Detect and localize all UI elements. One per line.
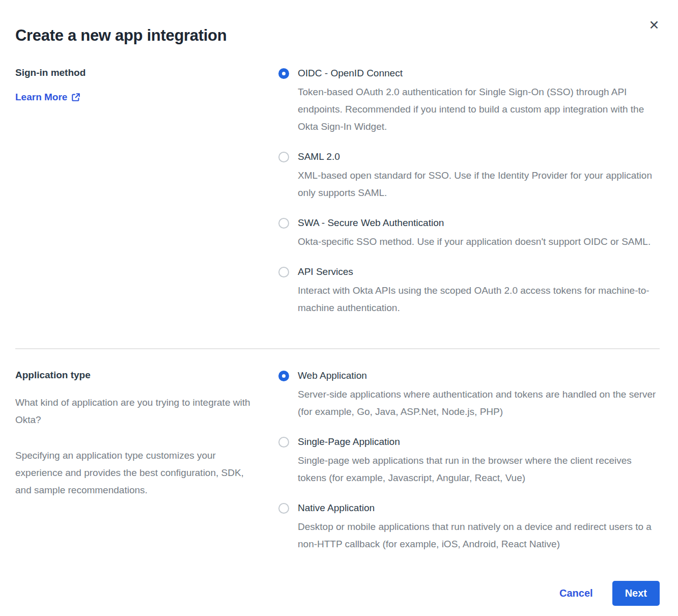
radio-selected-icon[interactable] bbox=[278, 68, 289, 79]
radio-option-oidc[interactable]: OIDC - OpenID Connect Token-based OAuth … bbox=[278, 67, 660, 135]
radio-option-saml[interactable]: SAML 2.0 XML-based open standard for SSO… bbox=[278, 151, 660, 202]
radio-selected-icon[interactable] bbox=[278, 371, 289, 381]
application-type-options: Web Application Server-side applications… bbox=[278, 370, 660, 553]
create-app-integration-dialog: ✕ Create a new app integration Sign-in m… bbox=[0, 0, 678, 616]
radio-unselected-icon[interactable] bbox=[278, 218, 289, 229]
option-description: Token-based OAuth 2.0 authentication for… bbox=[298, 83, 660, 135]
option-label: API Services bbox=[298, 266, 660, 278]
option-description: Server-side applications where authentic… bbox=[298, 386, 660, 421]
option-label: SAML 2.0 bbox=[298, 151, 660, 163]
option-description: Single-page web applications that run in… bbox=[298, 452, 660, 487]
cancel-button[interactable]: Cancel bbox=[559, 587, 593, 599]
sign-in-method-heading: Sign-in method bbox=[15, 67, 263, 78]
radio-unselected-icon[interactable] bbox=[278, 267, 289, 277]
sign-in-method-options: OIDC - OpenID Connect Token-based OAuth … bbox=[278, 67, 660, 317]
learn-more-label: Learn More bbox=[15, 92, 67, 103]
application-type-left-column: Application type What kind of applicatio… bbox=[15, 370, 278, 553]
radio-option-web-application[interactable]: Web Application Server-side applications… bbox=[278, 370, 660, 421]
option-label: SWA - Secure Web Authentication bbox=[298, 217, 651, 229]
option-description: Okta-specific SSO method. Use if your ap… bbox=[298, 233, 651, 250]
learn-more-link[interactable]: Learn More bbox=[15, 92, 80, 103]
option-label: Single-Page Application bbox=[298, 436, 660, 448]
radio-unselected-icon[interactable] bbox=[278, 437, 289, 447]
application-type-heading: Application type bbox=[15, 370, 263, 381]
radio-option-single-page-application[interactable]: Single-Page Application Single-page web … bbox=[278, 436, 660, 487]
radio-option-swa[interactable]: SWA - Secure Web Authentication Okta-spe… bbox=[278, 217, 660, 250]
option-label: Native Application bbox=[298, 502, 660, 514]
dialog-footer: Cancel Next bbox=[15, 581, 660, 606]
page-title: Create a new app integration bbox=[15, 26, 660, 45]
close-icon[interactable]: ✕ bbox=[646, 17, 662, 33]
external-link-icon bbox=[71, 93, 80, 102]
option-description: XML-based open standard for SSO. Use if … bbox=[298, 167, 660, 202]
radio-unselected-icon[interactable] bbox=[278, 503, 289, 514]
option-description: Desktop or mobile applications that run … bbox=[298, 518, 660, 553]
option-label: OIDC - OpenID Connect bbox=[298, 67, 660, 79]
application-type-section: Application type What kind of applicatio… bbox=[15, 370, 660, 553]
option-description: Interact with Okta APIs using the scoped… bbox=[298, 282, 660, 317]
radio-unselected-icon[interactable] bbox=[278, 152, 289, 162]
sign-in-method-section: Sign-in method Learn More OIDC - OpenID … bbox=[15, 67, 660, 317]
option-label: Web Application bbox=[298, 370, 660, 382]
section-divider bbox=[15, 348, 660, 349]
radio-option-api-services[interactable]: API Services Interact with Okta APIs usi… bbox=[278, 266, 660, 317]
sign-in-method-left-column: Sign-in method Learn More bbox=[15, 67, 278, 317]
application-type-description-2: Specifying an application type customize… bbox=[15, 447, 260, 499]
application-type-description-1: What kind of application are you trying … bbox=[15, 394, 260, 429]
next-button[interactable]: Next bbox=[612, 581, 660, 606]
radio-option-native-application[interactable]: Native Application Desktop or mobile app… bbox=[278, 502, 660, 553]
